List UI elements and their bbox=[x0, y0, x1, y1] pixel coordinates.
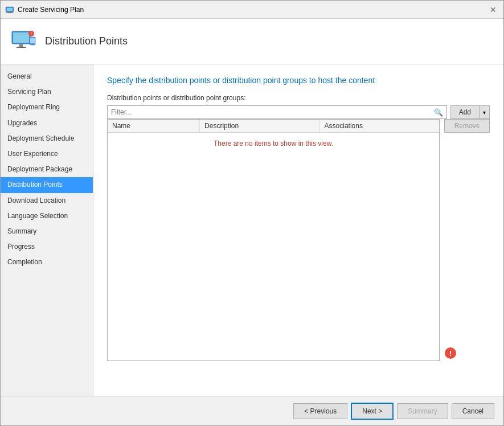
add-button[interactable]: Add bbox=[450, 105, 479, 119]
search-icon: 🔍 bbox=[434, 108, 443, 117]
svg-rect-1 bbox=[7, 8, 13, 11]
warning-icon: ! bbox=[444, 347, 457, 359]
title-bar: Create Servicing Plan ✕ bbox=[1, 1, 503, 19]
main-window: Create Servicing Plan ✕ ! Distribution P… bbox=[0, 0, 504, 426]
empty-message: There are no items to show in this view. bbox=[108, 133, 439, 154]
field-label: Distribution points or distribution poin… bbox=[107, 94, 490, 102]
col-associations: Associations bbox=[320, 120, 439, 132]
warning-area: ! bbox=[444, 176, 490, 361]
sidebar-item-distribution-points[interactable]: Distribution Points bbox=[1, 177, 93, 192]
add-button-group: Add ▾ bbox=[450, 105, 490, 119]
sidebar-item-language-selection[interactable]: Language Selection bbox=[1, 208, 93, 224]
header-icon: ! bbox=[10, 28, 37, 55]
table-section: Name Description Associations There are … bbox=[107, 119, 490, 361]
remove-button[interactable]: Remove bbox=[444, 119, 490, 133]
title-bar-left: Create Servicing Plan bbox=[5, 5, 84, 14]
svg-rect-6 bbox=[19, 44, 23, 47]
summary-button[interactable]: Summary bbox=[397, 403, 448, 419]
sidebar-item-download-location[interactable]: Download Location bbox=[1, 193, 93, 208]
filter-input-wrap: 🔍 bbox=[107, 105, 447, 119]
sidebar-item-deployment-package[interactable]: Deployment Package bbox=[1, 162, 93, 177]
sidebar-item-general[interactable]: General bbox=[1, 69, 93, 84]
distribution-points-table: Name Description Associations There are … bbox=[107, 119, 440, 361]
filter-input[interactable] bbox=[108, 106, 446, 118]
cancel-button[interactable]: Cancel bbox=[452, 403, 494, 419]
window-icon bbox=[5, 5, 14, 14]
sidebar-item-servicing-plan[interactable]: Servicing Plan bbox=[1, 84, 93, 100]
header-title: Distribution Points bbox=[45, 35, 128, 47]
col-description: Description bbox=[200, 120, 319, 132]
next-button[interactable]: Next > bbox=[351, 403, 394, 420]
sidebar-item-upgrades[interactable]: Upgrades bbox=[1, 116, 93, 131]
svg-rect-5 bbox=[13, 32, 29, 43]
sidebar-item-summary[interactable]: Summary bbox=[1, 224, 93, 239]
svg-rect-3 bbox=[6, 13, 13, 13]
previous-button[interactable]: < Previous bbox=[293, 403, 347, 419]
content-title: Specify the distribution points or distr… bbox=[107, 76, 490, 85]
side-buttons: Remove ! bbox=[444, 119, 490, 361]
svg-point-10 bbox=[32, 44, 33, 45]
sidebar-item-deployment-schedule[interactable]: Deployment Schedule bbox=[1, 131, 93, 146]
sidebar-item-deployment-ring[interactable]: Deployment Ring bbox=[1, 100, 93, 115]
table-body: There are no items to show in this view. bbox=[108, 133, 439, 361]
svg-rect-7 bbox=[17, 47, 26, 48]
window-title: Create Servicing Plan bbox=[18, 6, 84, 14]
sidebar-item-user-experience[interactable]: User Experience bbox=[1, 146, 93, 162]
header-section: ! Distribution Points bbox=[1, 19, 503, 64]
main-content: General Servicing Plan Deployment Ring U… bbox=[1, 64, 503, 396]
sidebar-item-progress[interactable]: Progress bbox=[1, 239, 93, 255]
add-dropdown-button[interactable]: ▾ bbox=[479, 105, 490, 119]
close-button[interactable]: ✕ bbox=[487, 4, 499, 15]
sidebar: General Servicing Plan Deployment Ring U… bbox=[1, 64, 93, 396]
svg-text:!: ! bbox=[31, 32, 32, 36]
table-header: Name Description Associations bbox=[108, 120, 439, 133]
col-name: Name bbox=[108, 120, 200, 132]
filter-row: 🔍 Add ▾ bbox=[107, 105, 490, 119]
svg-text:!: ! bbox=[449, 349, 452, 358]
content-area: Specify the distribution points or distr… bbox=[93, 64, 503, 396]
footer: < Previous Next > Summary Cancel bbox=[1, 396, 503, 425]
svg-rect-9 bbox=[30, 38, 35, 43]
sidebar-item-completion[interactable]: Completion bbox=[1, 255, 93, 270]
